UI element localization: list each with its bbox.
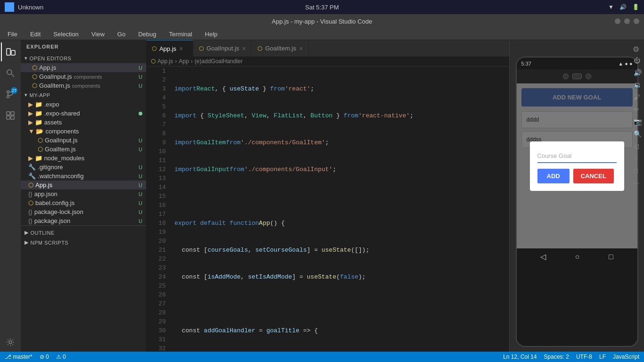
menu-help[interactable]: Help bbox=[202, 30, 221, 39]
open-editor-goalinput[interactable]: ⬡ GoalInput.js components U bbox=[21, 72, 146, 81]
my-app-header[interactable]: ▾ MY-APP bbox=[21, 90, 146, 100]
modal-box: ADD CANCEL bbox=[530, 141, 624, 191]
cursor-position[interactable]: Ln 12, Col 14 bbox=[503, 354, 537, 360]
power-icon[interactable]: ⏻ bbox=[634, 57, 642, 64]
menu-view[interactable]: View bbox=[89, 30, 107, 39]
line-ending[interactable]: LF bbox=[599, 354, 606, 360]
add-goal-confirm-button[interactable]: ADD bbox=[537, 169, 570, 183]
more-icon[interactable]: ··· bbox=[634, 179, 642, 187]
home-button[interactable]: ○ bbox=[575, 253, 580, 261]
sidebar-header: Explorer bbox=[21, 40, 146, 53]
js-file-icon: ⬡ bbox=[151, 58, 156, 65]
code-line-1: import React, { useState } from 'react'; bbox=[174, 84, 509, 93]
activity-source-control[interactable]: 27 bbox=[1, 85, 20, 104]
tree-expo-shared[interactable]: ▶ 📁 .expo-shared bbox=[21, 109, 146, 118]
tree-components[interactable]: ▼ 📂 components bbox=[21, 127, 146, 136]
activity-search[interactable] bbox=[1, 64, 20, 82]
code-line-6: export default function App() { bbox=[174, 219, 509, 228]
course-goal-input[interactable] bbox=[537, 149, 617, 163]
error-count[interactable]: ⊘ 0 bbox=[40, 354, 49, 360]
tree-appjs[interactable]: ⬡ App.js U bbox=[21, 181, 146, 189]
close-tab-icon[interactable]: × bbox=[299, 45, 303, 52]
open-editor-app-js[interactable]: ⬡ App.js U bbox=[21, 63, 146, 72]
indentation[interactable]: Spaces: 2 bbox=[544, 354, 569, 360]
tab-goalitem[interactable]: ⬡ GoalItem.js × bbox=[252, 40, 309, 57]
activity-explorer[interactable] bbox=[1, 42, 20, 61]
vscode-title: App.js - my-app - Visual Studio Code bbox=[272, 18, 372, 25]
language-mode[interactable]: JavaScript bbox=[613, 354, 639, 360]
tree-assets[interactable]: ▶ 📁 assets bbox=[21, 118, 146, 127]
minimize-btn[interactable] bbox=[615, 18, 620, 24]
volume-icon: 🔊 bbox=[619, 4, 627, 10]
my-app-label: MY-APP bbox=[30, 92, 50, 98]
tab-label: GoalInput.js bbox=[206, 45, 239, 52]
js-file-icon: ⬡ bbox=[152, 45, 157, 52]
tree-watchmanconfig[interactable]: 🔧 .watchmanconfig U bbox=[21, 172, 146, 181]
tree-babel[interactable]: ⬡ babel.config.js U bbox=[21, 198, 146, 207]
code-editor[interactable]: import React, { useState } from 'react';… bbox=[170, 66, 509, 352]
tree-expo[interactable]: ▶ 📁 .expo bbox=[21, 100, 146, 109]
outline-header[interactable]: ▶ OUTLINE bbox=[21, 228, 146, 238]
menu-debug[interactable]: Debug bbox=[135, 30, 159, 39]
circle-icon[interactable]: ○ bbox=[634, 155, 642, 162]
open-editor-goalitem[interactable]: ⬡ GoalItem.js components U bbox=[21, 81, 146, 90]
tree-package[interactable]: {} package.json U bbox=[21, 216, 146, 225]
recent-button[interactable]: □ bbox=[609, 253, 613, 261]
close-tab-icon[interactable]: × bbox=[242, 45, 246, 52]
tree-goalinput[interactable]: ⬡ GoalInput.js U bbox=[21, 136, 146, 145]
menu-go[interactable]: Go bbox=[115, 30, 128, 39]
activity-settings[interactable] bbox=[1, 333, 20, 352]
svg-line-7 bbox=[11, 74, 14, 77]
activity-extensions[interactable] bbox=[1, 106, 20, 125]
menu-file[interactable]: File bbox=[5, 30, 20, 39]
tree-package-lock[interactable]: {} package-lock.json U bbox=[21, 207, 146, 216]
js-file-icon: ⬡ bbox=[32, 73, 37, 80]
svg-rect-4 bbox=[7, 49, 10, 55]
zoom-in-icon[interactable]: 🔍 bbox=[634, 130, 642, 138]
file-icon: 🔧 bbox=[28, 173, 36, 180]
tree-appjson[interactable]: {} app.json U bbox=[21, 189, 146, 198]
file-icon: 🔧 bbox=[28, 164, 36, 171]
system-bar-left: Unknown bbox=[5, 2, 43, 12]
phone-settings-icon[interactable]: ⚙ bbox=[633, 45, 639, 54]
cancel-goal-button[interactable]: CANCEL bbox=[573, 169, 614, 183]
tab-goalinput[interactable]: ⬡ GoalInput.js × bbox=[193, 40, 252, 57]
svg-rect-13 bbox=[11, 112, 14, 115]
open-editors-header[interactable]: ▾ OPEN EDITORS bbox=[21, 53, 146, 63]
volume-down-icon[interactable]: 🔉 bbox=[634, 81, 642, 89]
brush-icon[interactable]: 🖌 bbox=[634, 93, 642, 101]
svg-point-10 bbox=[7, 91, 9, 93]
square-icon[interactable]: □ bbox=[634, 167, 642, 174]
close-tab-icon[interactable]: × bbox=[179, 45, 183, 52]
menu-selection[interactable]: Selection bbox=[50, 30, 81, 39]
tree-goalitem[interactable]: ⬡ GoalItem.js U bbox=[21, 145, 146, 154]
close-btn[interactable] bbox=[634, 18, 639, 24]
eraser-icon[interactable]: ✏ bbox=[634, 106, 642, 113]
svg-rect-2 bbox=[6, 8, 9, 11]
tree-gitignore[interactable]: 🔧 .gitignore U bbox=[21, 163, 146, 172]
phone-status-bar: 5:37 ▲ ● ● bbox=[517, 58, 637, 69]
code-container: 12345 678910 1112131415 1617181920 21222… bbox=[146, 66, 509, 352]
volume-up-icon[interactable]: 🔊 bbox=[634, 69, 642, 76]
system-tray: ▼ 🔊 🔋 bbox=[608, 4, 639, 10]
maximize-btn[interactable] bbox=[624, 18, 630, 24]
menu-terminal[interactable]: Terminal bbox=[166, 30, 195, 39]
file-encoding[interactable]: UTF-8 bbox=[576, 354, 592, 360]
camera-dot2 bbox=[586, 74, 591, 79]
open-editors-label: OPEN EDITORS bbox=[30, 56, 72, 61]
menu-edit[interactable]: Edit bbox=[27, 30, 43, 39]
back-arrow-icon[interactable]: ◁ bbox=[634, 142, 642, 150]
open-editor-indicator: U bbox=[139, 74, 146, 80]
js-file-icon: ⬡ bbox=[199, 45, 204, 52]
open-editor-indicator: U bbox=[139, 65, 146, 71]
git-branch[interactable]: ⎇ master* bbox=[5, 354, 33, 360]
tab-appjs[interactable]: ⬡ App.js × bbox=[146, 40, 193, 57]
back-button[interactable]: ◁ bbox=[540, 252, 546, 261]
tree-node-modules[interactable]: ▶ 📁 node_modules bbox=[21, 154, 146, 163]
open-editor-filename: App.js bbox=[39, 64, 56, 71]
camera-icon[interactable]: 📷 bbox=[634, 118, 642, 125]
npm-scripts-header[interactable]: ▶ NPM SCRIPTS bbox=[21, 238, 146, 247]
warning-count[interactable]: ⚠ 0 bbox=[56, 354, 66, 360]
status-bar: ⎇ master* ⊘ 0 ⚠ 0 Ln 12, Col 14 Spaces: … bbox=[0, 352, 644, 362]
svg-point-6 bbox=[7, 70, 12, 74]
